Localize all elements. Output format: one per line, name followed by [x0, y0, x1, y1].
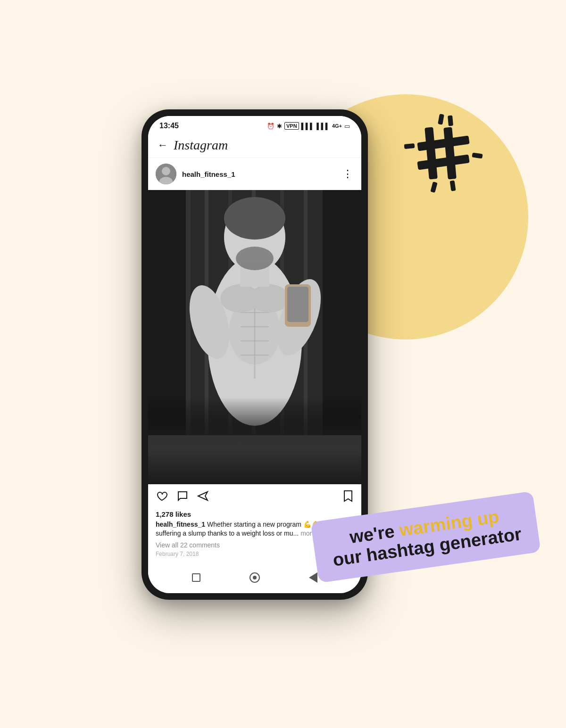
circle-icon — [250, 572, 260, 583]
square-icon — [192, 573, 200, 582]
like-button[interactable] — [156, 490, 168, 505]
post-username[interactable]: healh_fitness_1 — [182, 170, 342, 178]
home-nav-button[interactable] — [249, 571, 261, 584]
caption-username[interactable]: healh_fitness_1 — [156, 521, 205, 528]
svg-rect-26 — [287, 287, 308, 322]
network-badge: 4G+ — [332, 123, 342, 129]
instagram-header: ← Instagram — [148, 133, 361, 158]
more-options-button[interactable]: ⋮ — [342, 168, 354, 180]
battery-icon: ▭ — [344, 123, 350, 130]
action-bar — [148, 484, 361, 509]
svg-point-27 — [224, 197, 285, 240]
svg-rect-29 — [148, 397, 361, 435]
status-icons: ⏰ ✱ VPN ▌▌▌ ▌▌▌ 4G+ ▭ — [267, 122, 350, 130]
comment-button[interactable] — [176, 490, 189, 505]
svg-point-1 — [162, 167, 170, 175]
signal-icon: ▌▌▌ — [301, 123, 315, 130]
svg-point-28 — [236, 247, 274, 270]
avatar[interactable] — [156, 164, 176, 184]
post-image — [148, 190, 361, 484]
post-header: healh_fitness_1 ⋮ — [148, 158, 361, 190]
back-button[interactable]: ← — [158, 139, 168, 151]
vpn-badge: VPN — [284, 122, 299, 130]
hash-symbol — [413, 123, 474, 184]
app-title: Instagram — [174, 138, 352, 153]
status-time: 13:45 — [159, 122, 179, 130]
svg-point-20 — [250, 284, 289, 313]
alarm-icon: ⏰ — [267, 123, 275, 130]
hashtag-decoration — [413, 123, 474, 184]
action-icons — [156, 490, 342, 505]
back-nav-button[interactable] — [190, 571, 202, 584]
likes-count: 1,278 likes — [156, 510, 354, 518]
share-button[interactable] — [197, 490, 209, 505]
status-bar: 13:45 ⏰ ✱ VPN ▌▌▌ ▌▌▌ 4G+ ▭ — [148, 116, 361, 133]
bluetooth-icon: ✱ — [277, 123, 282, 130]
triangle-icon — [309, 572, 317, 583]
bookmark-button[interactable] — [342, 490, 354, 505]
signal2-icon: ▌▌▌ — [316, 123, 330, 130]
